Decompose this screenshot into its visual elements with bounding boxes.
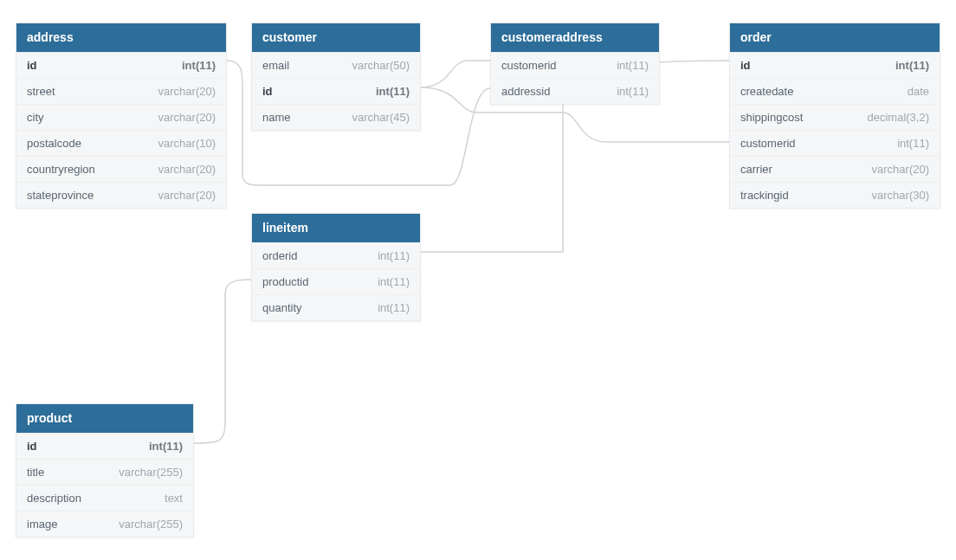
column-row: id int(11) <box>16 433 193 459</box>
column-type: text <box>165 492 183 505</box>
table-header-customeraddress: customeraddress <box>491 23 659 52</box>
column-name: name <box>262 111 291 124</box>
column-row: quantity int(11) <box>252 294 420 320</box>
column-type: int(11) <box>897 137 929 150</box>
column-row: id int(11) <box>16 52 226 78</box>
column-row: carrier varchar(20) <box>730 156 940 182</box>
column-name: image <box>27 518 57 531</box>
column-type: int(11) <box>617 85 649 98</box>
column-type: varchar(50) <box>352 59 410 72</box>
table-lineitem[interactable]: lineitem orderid int(11) productid int(1… <box>251 213 421 321</box>
column-type: varchar(20) <box>872 163 929 176</box>
column-type: int(11) <box>378 301 410 314</box>
column-type: varchar(20) <box>158 111 216 124</box>
column-row: description text <box>16 485 193 511</box>
column-name: postalcode <box>27 137 81 150</box>
column-row: id int(11) <box>252 78 420 104</box>
column-name: id <box>262 85 273 98</box>
column-row: image varchar(255) <box>16 511 193 537</box>
column-type: date <box>908 85 929 98</box>
table-header-lineitem: lineitem <box>252 214 420 242</box>
table-address[interactable]: address id int(11) street varchar(20) ci… <box>16 23 227 209</box>
column-row: customerid int(11) <box>730 130 940 156</box>
column-type: varchar(20) <box>158 163 216 176</box>
column-name: city <box>27 111 44 124</box>
column-name: carrier <box>740 163 772 176</box>
column-row: customerid int(11) <box>491 52 659 78</box>
column-name: productid <box>262 275 308 288</box>
column-type: varchar(255) <box>119 466 183 479</box>
column-row: productid int(11) <box>252 268 420 294</box>
column-row: addressid int(11) <box>491 78 659 104</box>
table-customeraddress[interactable]: customeraddress customerid int(11) addre… <box>490 23 660 105</box>
column-name: description <box>27 492 81 505</box>
column-name: customerid <box>740 137 796 150</box>
column-row: createdate date <box>730 78 940 104</box>
column-type: int(11) <box>149 440 183 453</box>
column-name: shippingcost <box>740 111 803 124</box>
column-row: city varchar(20) <box>16 104 226 130</box>
column-name: id <box>27 440 37 453</box>
column-name: title <box>27 466 44 479</box>
column-type: int(11) <box>376 85 410 98</box>
column-name: email <box>262 59 289 72</box>
column-name: id <box>740 59 751 72</box>
column-row: stateprovince varchar(20) <box>16 182 226 208</box>
column-name: id <box>27 59 37 72</box>
table-header-order: order <box>730 23 940 52</box>
column-name: countryregion <box>27 163 95 176</box>
column-type: decimal(3,2) <box>867 111 929 124</box>
column-row: email varchar(50) <box>252 52 420 78</box>
column-type: int(11) <box>378 275 410 288</box>
column-type: varchar(20) <box>158 189 216 202</box>
table-customer[interactable]: customer email varchar(50) id int(11) na… <box>251 23 421 131</box>
column-row: postalcode varchar(10) <box>16 130 226 156</box>
column-type: varchar(255) <box>119 518 183 531</box>
column-name: createdate <box>740 85 793 98</box>
column-name: quantity <box>262 301 302 314</box>
column-type: int(11) <box>895 59 929 72</box>
column-type: varchar(45) <box>352 111 410 124</box>
column-name: orderid <box>262 249 297 262</box>
column-name: stateprovince <box>27 189 94 202</box>
column-row: street varchar(20) <box>16 78 226 104</box>
column-type: varchar(20) <box>158 85 216 98</box>
column-name: trackingid <box>740 189 789 202</box>
column-type: int(11) <box>182 59 216 72</box>
column-name: customerid <box>501 59 557 72</box>
column-row: shippingcost decimal(3,2) <box>730 104 940 130</box>
column-type: varchar(10) <box>158 137 216 150</box>
column-row: title varchar(255) <box>16 459 193 485</box>
table-header-product: product <box>16 404 193 433</box>
table-header-customer: customer <box>252 23 420 52</box>
table-product[interactable]: product id int(11) title varchar(255) de… <box>16 403 194 537</box>
column-row: id int(11) <box>730 52 940 78</box>
table-order[interactable]: order id int(11) createdate date shippin… <box>729 23 940 209</box>
column-row: name varchar(45) <box>252 104 420 130</box>
column-name: street <box>27 85 55 98</box>
column-row: countryregion varchar(20) <box>16 156 226 182</box>
column-type: int(11) <box>378 249 410 262</box>
table-header-address: address <box>16 23 226 52</box>
column-type: int(11) <box>617 59 649 72</box>
column-name: addressid <box>501 85 550 98</box>
column-row: trackingid varchar(30) <box>730 182 940 208</box>
column-type: varchar(30) <box>872 189 929 202</box>
column-row: orderid int(11) <box>252 242 420 268</box>
